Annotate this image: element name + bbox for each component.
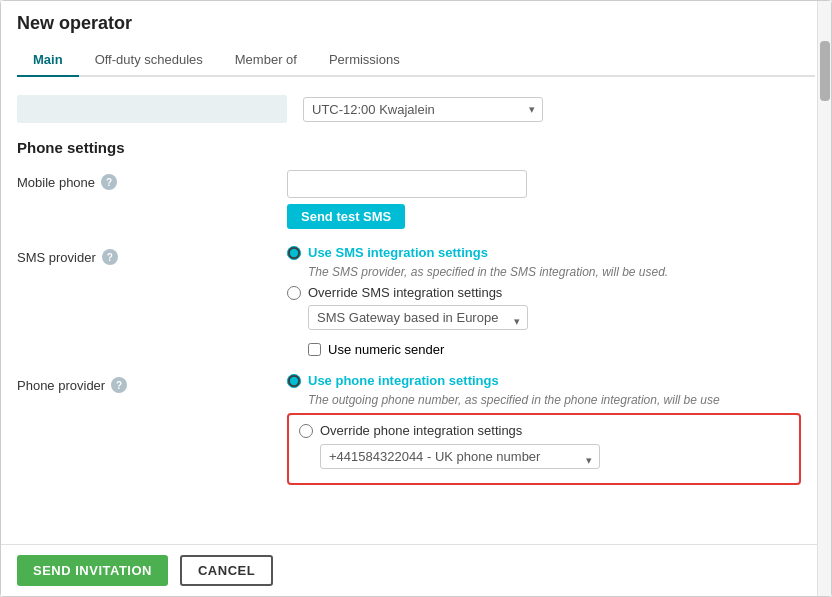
modal-body: UTC-12:00 Kwajalein Phone settings Mobil… xyxy=(1,77,831,544)
modal-footer: SEND INVITATION CANCEL xyxy=(1,544,831,596)
use-phone-option[interactable]: Use phone integration settings xyxy=(287,373,801,388)
content-area: UTC-12:00 Kwajalein Phone settings Mobil… xyxy=(1,77,831,511)
numeric-sender-checkbox[interactable] xyxy=(308,343,321,356)
override-phone-label: Override phone integration settings xyxy=(320,423,522,438)
timezone-row: UTC-12:00 Kwajalein xyxy=(17,87,801,131)
numeric-sender-label: Use numeric sender xyxy=(328,342,444,357)
modal-title: New operator xyxy=(17,13,815,34)
mobile-phone-help-icon[interactable]: ? xyxy=(101,174,117,190)
sms-provider-label: SMS provider ? xyxy=(17,245,287,265)
mobile-phone-input[interactable] xyxy=(287,170,527,198)
override-phone-radio[interactable] xyxy=(299,424,313,438)
override-sms-radio[interactable] xyxy=(287,286,301,300)
scrollbar[interactable] xyxy=(817,1,831,596)
phone-provider-row: Phone provider ? Use phone integration s… xyxy=(17,373,801,485)
mobile-phone-label: Mobile phone ? xyxy=(17,170,287,190)
use-phone-radio[interactable] xyxy=(287,374,301,388)
sms-provider-help-icon[interactable]: ? xyxy=(102,249,118,265)
timezone-label-placeholder xyxy=(17,95,287,123)
override-sms-label: Override SMS integration settings xyxy=(308,285,502,300)
use-sms-radio[interactable] xyxy=(287,246,301,260)
tab-permissions[interactable]: Permissions xyxy=(313,44,416,77)
mobile-phone-row: Mobile phone ? Send test SMS xyxy=(17,170,801,229)
use-phone-label: Use phone integration settings xyxy=(308,373,499,388)
numeric-sender-row: Use numeric sender xyxy=(308,342,801,357)
phone-settings-title: Phone settings xyxy=(17,139,801,156)
timezone-select-wrapper: UTC-12:00 Kwajalein xyxy=(303,97,543,122)
tab-bar: Main Off-duty schedules Member of Permis… xyxy=(17,44,815,77)
use-sms-label: Use SMS integration settings xyxy=(308,245,488,260)
timezone-select[interactable]: UTC-12:00 Kwajalein xyxy=(303,97,543,122)
modal-header: New operator Main Off-duty schedules Mem… xyxy=(1,1,831,77)
phone-provider-controls: Use phone integration settings The outgo… xyxy=(287,373,801,485)
scrollbar-thumb[interactable] xyxy=(820,41,830,101)
sms-gateway-select-wrapper: SMS Gateway based in Europe xyxy=(308,305,528,336)
use-sms-option[interactable]: Use SMS integration settings xyxy=(287,245,801,260)
sms-provider-controls: Use SMS integration settings The SMS pro… xyxy=(287,245,801,357)
tab-member-of[interactable]: Member of xyxy=(219,44,313,77)
tab-off-duty[interactable]: Off-duty schedules xyxy=(79,44,219,77)
override-sms-option[interactable]: Override SMS integration settings xyxy=(287,285,801,300)
phone-provider-help-icon[interactable]: ? xyxy=(111,377,127,393)
phone-number-select-wrapper: +441584322044 - UK phone number xyxy=(320,444,600,475)
tab-main[interactable]: Main xyxy=(17,44,79,77)
sms-gateway-select[interactable]: SMS Gateway based in Europe xyxy=(308,305,528,330)
override-phone-option[interactable]: Override phone integration settings xyxy=(299,423,789,438)
new-operator-modal: New operator Main Off-duty schedules Mem… xyxy=(0,0,832,597)
phone-provider-label: Phone provider ? xyxy=(17,373,287,393)
send-invitation-button[interactable]: SEND INVITATION xyxy=(17,555,168,586)
phone-number-select[interactable]: +441584322044 - UK phone number xyxy=(320,444,600,469)
use-phone-help-text: The outgoing phone number, as specified … xyxy=(308,393,801,407)
cancel-button[interactable]: CANCEL xyxy=(180,555,273,586)
sms-provider-row: SMS provider ? Use SMS integration setti… xyxy=(17,245,801,357)
mobile-phone-controls: Send test SMS xyxy=(287,170,801,229)
use-sms-help-text: The SMS provider, as specified in the SM… xyxy=(308,265,801,279)
override-phone-box: Override phone integration settings +441… xyxy=(287,413,801,485)
send-test-sms-button[interactable]: Send test SMS xyxy=(287,204,405,229)
